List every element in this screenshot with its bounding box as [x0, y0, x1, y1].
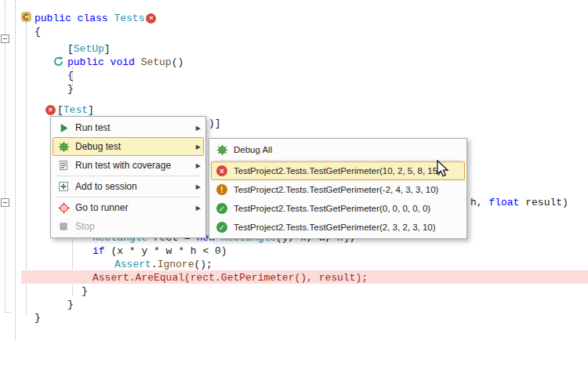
- menu-item-test-passed-1[interactable]: ✓TestProject2.Tests.TestGetPerimeter(0, …: [211, 199, 465, 218]
- menu-item-label: Stop: [75, 221, 201, 232]
- line-class-open-brace: {: [34, 25, 41, 38]
- code-editor[interactable]: public class Tests×{[SetUp]public void S…: [0, 0, 588, 373]
- add-session-icon: [58, 181, 69, 192]
- test-passed-icon: ✓: [216, 222, 227, 233]
- menu-item-test-passed-2[interactable]: ✓TestProject2.Tests.TestGetPerimeter(2, …: [211, 218, 465, 237]
- submenu-arrow-icon: ▶: [196, 162, 201, 169]
- menu-item-run-test[interactable]: Run test▶: [53, 118, 204, 137]
- context-menu: Run test▶Debug test▶Run test with covera…: [50, 116, 206, 238]
- menu-item-icon-slot: ×: [214, 165, 230, 177]
- menu-separator: [214, 160, 462, 161]
- menu-item-icon-slot: [56, 220, 71, 233]
- menu-separator: [56, 197, 201, 197]
- menu-item-label: Add to session: [75, 181, 190, 192]
- menu-item-label: TestProject2.Tests.TestGetPerimeter(0, 0…: [234, 204, 462, 213]
- menu-item-icon-slot: [56, 159, 71, 172]
- line-method-signature-fragment: h, float result): [470, 196, 568, 209]
- line-close-brace-1: }: [82, 284, 88, 298]
- submenu-arrow-icon: ▶: [196, 143, 201, 150]
- debug-icon: [216, 144, 228, 156]
- menu-item-icon-slot: ✓: [214, 202, 230, 215]
- line-class-declaration: public class Tests×: [34, 12, 158, 25]
- debug-icon: [58, 141, 70, 153]
- menu-item-label: TestProject2.Tests.TestGetPerimeter(10, …: [234, 166, 462, 176]
- menu-item-label: TestProject2.Tests.TestGetPerimeter(2, 3…: [234, 223, 462, 232]
- line-close-brace-2: }: [67, 298, 74, 311]
- run-icon: [59, 123, 69, 133]
- menu-item-label: Go to runner: [75, 202, 190, 213]
- setup-method-icon: [53, 56, 64, 67]
- coverage-icon: [58, 160, 69, 171]
- submenu-arrow-icon: ▶: [196, 125, 201, 132]
- line-close-brace-3: }: [34, 311, 41, 324]
- line-testcase-fragment: )]: [209, 117, 221, 130]
- menu-item-label: Run test with coverage: [75, 160, 190, 171]
- outline-corner: [5, 312, 11, 313]
- menu-item-icon-slot: !: [214, 183, 230, 196]
- menu-item-icon-slot: [56, 121, 71, 134]
- line-setup-open-brace: {: [67, 69, 74, 82]
- mouse-cursor: [436, 160, 453, 179]
- menu-separator: [56, 176, 201, 176]
- line-test-attribute: ×[Test]: [44, 103, 94, 117]
- line-if-statement: if (x * y * w * h < 0): [93, 244, 227, 258]
- method-body-guide: [72, 237, 73, 296]
- menu-item-icon-slot: [56, 201, 71, 214]
- line-setup-close-brace: }: [67, 82, 74, 96]
- error-badge-icon: ×: [45, 105, 56, 115]
- runner-icon: [58, 202, 70, 214]
- menu-item-debug-all[interactable]: Debug All: [211, 140, 465, 159]
- fold-marker-method[interactable]: [1, 198, 9, 207]
- menu-item-label: TestProject2.Tests.TestGetPerimeter(-2, …: [234, 185, 462, 194]
- line-setup-declaration: public void Setup(): [67, 56, 183, 69]
- menu-item-icon-slot: [214, 143, 230, 156]
- submenu-arrow-icon: ▶: [196, 205, 201, 212]
- test-failed-icon: ×: [216, 165, 227, 176]
- menu-item-test-failed[interactable]: ×TestProject2.Tests.TestGetPerimeter(10,…: [211, 161, 465, 180]
- menu-item-go-to-runner[interactable]: Go to runner▶: [53, 198, 204, 217]
- error-badge-icon: ×: [146, 13, 156, 24]
- menu-item-debug-test[interactable]: Debug test▶: [53, 137, 204, 156]
- menu-item-run-test-with-coverage[interactable]: Run test with coverage▶: [53, 156, 204, 175]
- gutter-separator-line: [15, 0, 16, 340]
- outline-margin-line: [5, 0, 5, 312]
- test-inconclusive-icon: !: [216, 184, 227, 195]
- menu-item-icon-slot: [56, 140, 71, 153]
- submenu-arrow-icon: ▶: [196, 183, 201, 190]
- menu-item-icon-slot: ✓: [214, 221, 230, 234]
- fold-marker-class[interactable]: [1, 34, 9, 43]
- test-passed-icon: ✓: [216, 203, 227, 214]
- menu-item-add-to-session[interactable]: Add to session▶: [53, 177, 204, 196]
- menu-item-label: Debug test: [75, 141, 190, 152]
- menu-item-stop: Stop: [53, 217, 204, 236]
- stop-icon: [59, 222, 68, 231]
- menu-item-label: Debug All: [234, 145, 462, 154]
- line-setup-attribute: [SetUp]: [67, 42, 111, 56]
- line-assert-ignore: Assert.Ignore();: [114, 258, 212, 271]
- menu-item-label: Run test: [75, 122, 190, 133]
- class-icon: [21, 12, 31, 22]
- line-assert-areequal: Assert.AreEqual(rect.GetPerimeter(), res…: [93, 271, 368, 284]
- menu-item-icon-slot: [56, 180, 71, 193]
- debug-test-submenu: Debug All×TestProject2.Tests.TestGetPeri…: [209, 138, 467, 239]
- menu-item-test-inconclusive[interactable]: !TestProject2.Tests.TestGetPerimeter(-2,…: [211, 180, 465, 199]
